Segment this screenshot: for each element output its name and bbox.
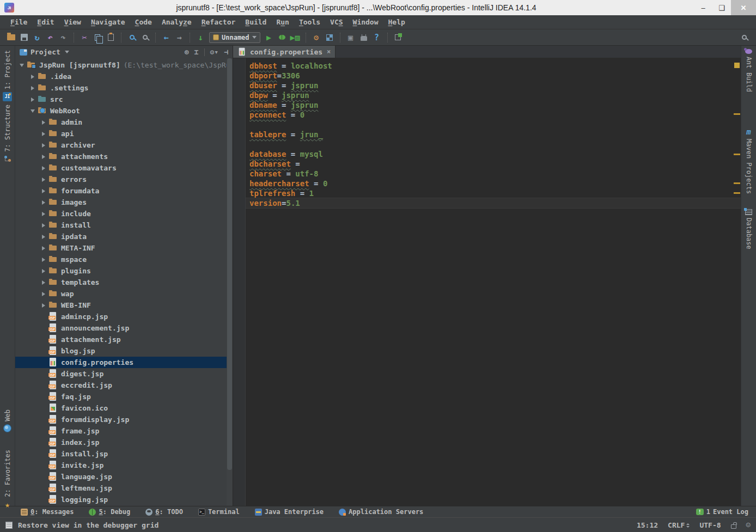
toolwindow-button-java-enterprise[interactable]: Java Enterprise — [255, 508, 324, 516]
menu-item-file[interactable]: File — [5, 18, 32, 26]
close-button[interactable]: ✕ — [731, 0, 756, 15]
toolwindow-button-5-debug[interactable]: 5: Debug — [89, 508, 130, 516]
toolwindow-button-6-todo[interactable]: 6: TODO — [145, 508, 183, 516]
project-tree-scrollbar[interactable] — [227, 58, 233, 506]
tree-item-errors[interactable]: errors — [15, 174, 233, 185]
toolwindow-tab-structure[interactable]: 7: Structure — [0, 105, 15, 162]
menu-item-navigate[interactable]: Navigate — [86, 18, 130, 26]
synchronize-icon[interactable]: ↻ — [31, 32, 44, 44]
hector-inspector-icon[interactable]: ☺ — [746, 521, 751, 529]
tree-item-ipdata[interactable]: ipdata — [15, 231, 233, 242]
tree-item-install[interactable]: install — [15, 219, 233, 231]
tree-item-archiver[interactable]: archiver — [15, 139, 233, 151]
menu-item-refactor[interactable]: Refactor — [197, 18, 241, 26]
tab-close-icon[interactable]: × — [327, 48, 331, 56]
tree-item-blog-jsp[interactable]: blog.jsp — [15, 345, 233, 357]
help-icon[interactable]: ? — [370, 32, 383, 44]
plugin-sync-icon[interactable] — [392, 32, 405, 44]
toolwindow-button-application-servers[interactable]: Application Servers — [339, 508, 423, 516]
editor-error-stripe[interactable] — [733, 58, 741, 506]
tree-expand-arrow[interactable] — [29, 109, 36, 113]
warning-stripe-tick[interactable] — [734, 154, 740, 155]
tree-expand-arrow[interactable] — [40, 178, 47, 182]
tree-item-wap[interactable]: wap — [15, 288, 233, 299]
tree-item-eccredit-jsp[interactable]: eccredit.jsp — [15, 380, 233, 391]
tree-item-announcement-jsp[interactable]: announcement.jsp — [15, 322, 233, 334]
tree-item-forumdata[interactable]: forumdata — [15, 185, 233, 197]
tree-expand-arrow[interactable] — [40, 258, 47, 262]
tree-item-config-properties[interactable]: config.properties — [15, 357, 233, 368]
locate-file-icon[interactable]: ⊕ — [185, 48, 189, 56]
tree-item-src[interactable]: src — [15, 94, 233, 105]
tree-item-leftmenu-jsp[interactable]: leftmenu.jsp — [15, 482, 233, 494]
forward-icon[interactable]: → — [173, 32, 186, 44]
tree-item-meta-inf[interactable]: META-INF — [15, 242, 233, 254]
tree-expand-arrow[interactable] — [40, 143, 47, 148]
tree-expand-arrow[interactable] — [40, 292, 47, 296]
tree-item-jsprun-jsprunutf8[interactable]: JspRun [jsprunutf8] (E:\test_work_space\… — [15, 59, 233, 71]
editor-content[interactable]: dbhost = localhostdbport=3306dbuser = js… — [233, 58, 741, 506]
tree-expand-arrow[interactable] — [40, 280, 47, 285]
menu-item-tools[interactable]: Tools — [294, 18, 325, 26]
tree-item-attachments[interactable]: attachments — [15, 151, 233, 162]
replace-icon[interactable] — [138, 32, 151, 44]
tree-item-logging-jsp[interactable]: logging.jsp — [15, 494, 233, 505]
tree-item-install-jsp[interactable]: install.jsp — [15, 448, 233, 460]
toolwindow-tab-favorites[interactable]: 2: Favorites ★ — [0, 450, 15, 510]
compile-icon[interactable]: ↓ — [194, 32, 207, 44]
project-tree[interactable]: JspRun [jsprunutf8] (E:\test_work_space\… — [15, 58, 233, 506]
tree-item-plugins[interactable]: plugins — [15, 265, 233, 277]
toolwindow-tab-project[interactable]: 1: Project JI — [0, 50, 15, 101]
warning-stripe-tick[interactable] — [734, 113, 740, 115]
copy-icon[interactable] — [91, 32, 104, 44]
tree-item-webroot[interactable]: WebRoot — [15, 105, 233, 117]
menu-item-window[interactable]: Window — [348, 18, 383, 26]
maximize-button[interactable]: ❑ — [712, 0, 731, 15]
line-ending-selector[interactable]: CRLF — [668, 521, 690, 529]
menu-item-run[interactable]: Run — [271, 18, 294, 26]
tree-expand-arrow[interactable] — [40, 212, 47, 216]
settings-icon[interactable]: ⚙ — [310, 32, 323, 44]
redo-icon[interactable]: ↷ — [57, 32, 70, 44]
tree-item-attachment-jsp[interactable]: attachment.jsp — [15, 334, 233, 345]
tree-expand-arrow[interactable] — [40, 223, 47, 228]
tree-expand-arrow[interactable] — [40, 303, 47, 308]
tree-expand-arrow[interactable] — [40, 189, 47, 193]
tab-config-properties[interactable]: config.properties × — [233, 46, 336, 58]
toolwindow-tab-maven-projects[interactable]: m Maven Projects — [741, 127, 756, 194]
run-icon[interactable]: ▶ — [263, 32, 276, 44]
tree-item-language-jsp[interactable]: language.jsp — [15, 471, 233, 482]
toolwindow-button-terminal[interactable]: >_Terminal — [198, 508, 240, 516]
toolwindow-switcher-icon[interactable] — [5, 522, 13, 529]
warning-stripe-square[interactable] — [734, 63, 740, 68]
project-structure-icon[interactable] — [323, 32, 336, 44]
tree-expand-arrow[interactable] — [29, 75, 36, 79]
toolwindow-tab-ant-build[interactable]: Ant Build — [741, 49, 756, 92]
tree-item-admin[interactable]: admin — [15, 117, 233, 128]
tree-item-digest-jsp[interactable]: digest.jsp — [15, 368, 233, 380]
cut-icon[interactable]: ✂ — [78, 32, 91, 44]
tree-item-api[interactable]: api — [15, 128, 233, 139]
collapse-all-icon[interactable]: ⌶ — [194, 48, 199, 56]
coverage-icon[interactable]: ▶▨ — [289, 32, 302, 44]
project-view-dropdown-icon[interactable] — [65, 51, 69, 53]
tree-item-idea[interactable]: .idea — [15, 71, 233, 82]
search-everywhere-icon[interactable] — [737, 32, 751, 44]
back-icon[interactable]: ← — [160, 32, 173, 44]
tree-item-templates[interactable]: templates — [15, 277, 233, 288]
lock-icon[interactable] — [731, 524, 736, 529]
menu-item-view[interactable]: View — [59, 18, 86, 26]
tree-expand-arrow[interactable] — [29, 97, 36, 102]
tree-item-settings[interactable]: .settings — [15, 82, 233, 94]
tree-item-favicon-ico[interactable]: favicon.ico — [15, 402, 233, 414]
tree-item-images[interactable]: images — [15, 197, 233, 208]
scrollbar-thumb[interactable] — [227, 58, 232, 470]
open-icon[interactable] — [4, 32, 17, 44]
toolwindow-tab-web[interactable]: Web — [0, 409, 15, 432]
save-all-icon[interactable] — [17, 32, 31, 44]
tree-expand-arrow[interactable] — [40, 269, 47, 273]
menu-item-code[interactable]: Code — [130, 18, 157, 26]
tree-expand-arrow[interactable] — [29, 86, 36, 90]
encoding-selector[interactable]: UTF-8 — [699, 521, 721, 529]
tree-item-web-inf[interactable]: WEB-INF — [15, 299, 233, 311]
